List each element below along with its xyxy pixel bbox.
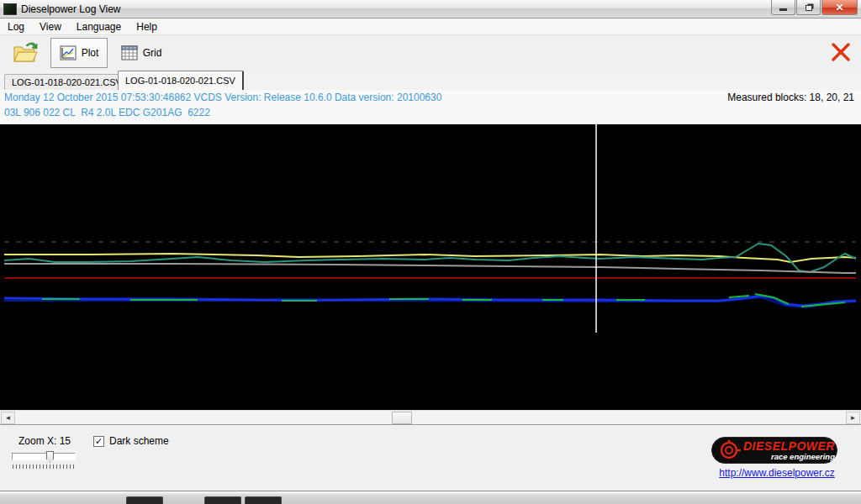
logo-name-text: DIESELPOWER bbox=[743, 440, 835, 453]
toolbar: Plot Grid bbox=[0, 35, 861, 71]
plot-icon bbox=[60, 45, 77, 60]
app-icon bbox=[3, 3, 17, 15]
windows-taskbar-edge[interactable] bbox=[0, 491, 861, 504]
dark-scheme-label: Dark scheme bbox=[109, 435, 169, 447]
horizontal-scrollbar[interactable]: ◄ ► bbox=[0, 410, 861, 423]
grid-icon bbox=[121, 45, 138, 60]
restore-button[interactable] bbox=[796, 0, 821, 15]
dieselpower-logo: DIESELPOWER race engineering bbox=[711, 437, 837, 464]
measured-blocks-label: Measured blocks: 18, 20, 21 bbox=[727, 92, 854, 103]
dieselpower-website-link[interactable]: http://www.dieselpower.cz bbox=[716, 467, 837, 479]
menu-bar: LogViewLanguageHelp bbox=[0, 19, 861, 35]
zoom-slider-thumb[interactable] bbox=[46, 451, 54, 463]
minimize-icon bbox=[779, 8, 787, 11]
taskbar-button[interactable] bbox=[245, 496, 282, 504]
zoom-x-label: Zoom X: 15 bbox=[18, 435, 71, 447]
logo-subtitle-text: race engineering bbox=[771, 453, 835, 461]
scrollbar-thumb[interactable] bbox=[392, 412, 412, 424]
scroll-left-arrow-icon[interactable]: ◄ bbox=[1, 412, 15, 424]
plot-series-engine-speed-gray bbox=[4, 264, 856, 273]
bottom-control-panel: Zoom X: 15 ✓ Dark scheme DIESELPOWER rac… bbox=[0, 424, 861, 491]
menu-item-language[interactable]: Language bbox=[69, 19, 129, 34]
dark-scheme-checkbox[interactable]: ✓ bbox=[93, 436, 104, 447]
close-button[interactable]: ✕ bbox=[821, 0, 858, 15]
log-header-line2: 03L 906 022 CL R4 2.0L EDC G201AG 6222 bbox=[4, 107, 210, 118]
minimize-button[interactable] bbox=[771, 0, 795, 15]
taskbar-button[interactable] bbox=[204, 496, 241, 504]
tab-bar: LOG-01-018-020-021.CSVLOG-01-018-020-021… bbox=[0, 71, 861, 90]
restore-icon bbox=[806, 5, 812, 11]
plot-area[interactable]: Engine Speed/min1932Fuel Temperature°C15… bbox=[0, 124, 861, 410]
grid-view-button[interactable]: Grid bbox=[116, 38, 166, 68]
plot-button-label: Plot bbox=[82, 47, 99, 59]
turbo-icon bbox=[719, 440, 741, 460]
app-window: Dieselpower Log View ✕ LogViewLanguageHe… bbox=[0, 0, 861, 504]
open-folder-icon bbox=[13, 42, 38, 64]
zoom-slider-ticks bbox=[13, 465, 77, 469]
scroll-right-arrow-icon[interactable]: ► bbox=[846, 412, 860, 424]
menu-item-view[interactable]: View bbox=[32, 19, 69, 34]
title-bar[interactable]: Dieselpower Log View ✕ bbox=[0, 0, 861, 18]
tab-log-file-1[interactable]: LOG-01-018-020-021.CSV bbox=[118, 71, 244, 90]
window-title: Dieselpower Log View bbox=[21, 3, 121, 15]
log-info-panel: Monday 12 October 2015 07:53:30:46862 VC… bbox=[0, 90, 861, 124]
grid-button-label: Grid bbox=[143, 47, 162, 59]
red-x-icon bbox=[830, 41, 852, 63]
taskbar-button[interactable] bbox=[126, 496, 163, 504]
plot-canvas[interactable] bbox=[4, 124, 856, 333]
plot-view-button[interactable]: Plot bbox=[50, 38, 108, 68]
close-log-button[interactable] bbox=[827, 39, 854, 66]
dark-scheme-option[interactable]: ✓ Dark scheme bbox=[93, 435, 169, 447]
plot-series-quantity-measuring-teal bbox=[4, 244, 856, 272]
tab-log-file-0[interactable]: LOG-01-018-020-021.CSV bbox=[4, 74, 129, 90]
open-file-button[interactable] bbox=[10, 39, 40, 67]
menu-item-help[interactable]: Help bbox=[129, 19, 165, 34]
close-icon: ✕ bbox=[835, 2, 843, 13]
log-header-line1: Monday 12 October 2015 07:53:30:46862 VC… bbox=[4, 92, 441, 103]
menu-item-log[interactable]: Log bbox=[0, 19, 32, 34]
zoom-x-slider[interactable] bbox=[12, 453, 76, 460]
